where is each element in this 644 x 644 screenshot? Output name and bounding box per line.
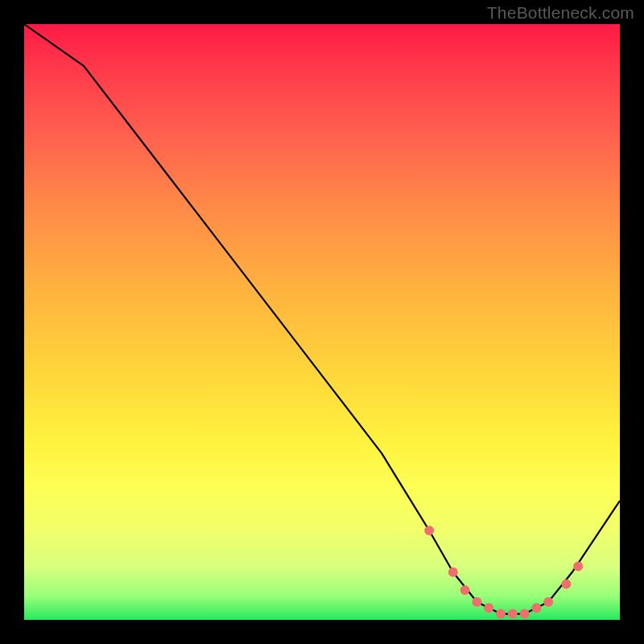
bottleneck-curve bbox=[24, 24, 620, 614]
marker-dot bbox=[520, 609, 530, 619]
watermark-text: TheBottleneck.com bbox=[487, 3, 634, 23]
marker-dot bbox=[573, 561, 583, 571]
marker-dot bbox=[424, 526, 434, 535]
chart-frame: TheBottleneck.com bbox=[0, 0, 644, 644]
marker-dot bbox=[561, 580, 571, 589]
marker-dot bbox=[531, 603, 541, 613]
marker-dot bbox=[543, 597, 553, 607]
marker-dot bbox=[448, 568, 458, 577]
marker-dot bbox=[472, 597, 481, 607]
marker-dot bbox=[508, 609, 518, 619]
marker-dot bbox=[496, 609, 506, 619]
marker-group bbox=[424, 526, 583, 619]
curve-layer bbox=[24, 24, 620, 620]
marker-dot bbox=[460, 585, 470, 595]
marker-dot bbox=[484, 603, 493, 613]
